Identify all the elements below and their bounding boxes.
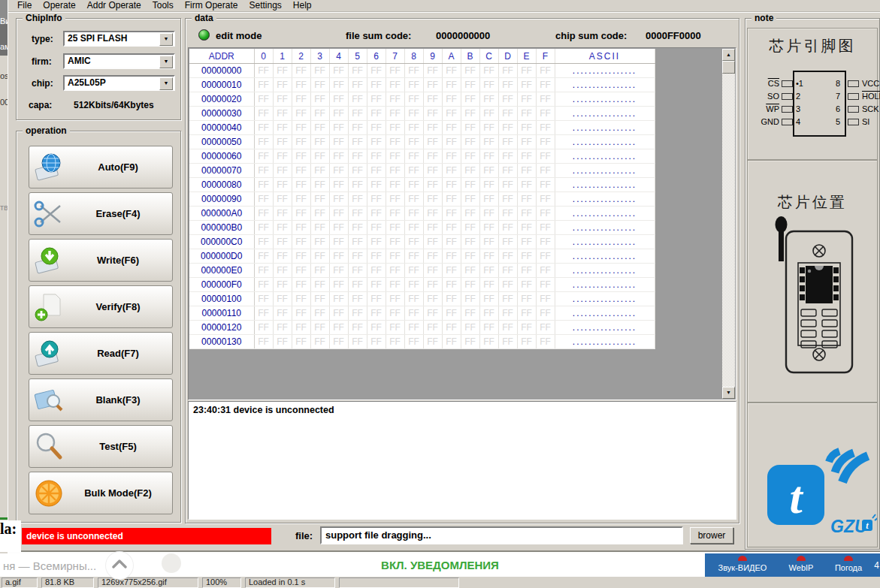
byte-cell[interactable]: FF bbox=[386, 207, 404, 221]
byte-cell[interactable]: FF bbox=[498, 78, 517, 92]
byte-cell[interactable]: FF bbox=[310, 107, 329, 121]
byte-cell[interactable]: FF bbox=[517, 264, 536, 278]
byte-cell[interactable]: FF bbox=[254, 92, 273, 107]
byte-cell[interactable]: FF bbox=[442, 278, 461, 292]
byte-cell[interactable]: FF bbox=[517, 235, 536, 249]
verify-button[interactable]: Verify(F8) bbox=[29, 285, 173, 328]
byte-cell[interactable]: FF bbox=[423, 64, 442, 78]
byte-cell[interactable]: FF bbox=[404, 121, 423, 135]
byte-cell[interactable]: FF bbox=[517, 321, 536, 335]
byte-cell[interactable]: FF bbox=[329, 207, 348, 221]
byte-cell[interactable]: FF bbox=[329, 107, 348, 121]
byte-cell[interactable]: FF bbox=[367, 235, 386, 249]
byte-cell[interactable]: FF bbox=[329, 92, 348, 107]
byte-cell[interactable]: FF bbox=[273, 235, 292, 249]
byte-cell[interactable]: FF bbox=[479, 292, 498, 306]
byte-cell[interactable]: FF bbox=[517, 107, 536, 121]
byte-cell[interactable]: FF bbox=[536, 107, 555, 121]
byte-cell[interactable]: FF bbox=[442, 164, 461, 178]
byte-cell[interactable]: FF bbox=[310, 235, 329, 249]
byte-cell[interactable]: FF bbox=[254, 64, 273, 78]
byte-cell[interactable]: FF bbox=[423, 207, 442, 221]
byte-cell[interactable]: FF bbox=[254, 221, 273, 235]
byte-cell[interactable]: FF bbox=[404, 264, 423, 278]
byte-cell[interactable]: FF bbox=[461, 292, 479, 306]
byte-cell[interactable]: FF bbox=[517, 278, 536, 292]
byte-cell[interactable]: FF bbox=[423, 249, 442, 264]
menu-item-file[interactable]: File bbox=[17, 0, 32, 11]
byte-cell[interactable]: FF bbox=[273, 306, 292, 321]
collapse-chevron-button[interactable] bbox=[106, 552, 133, 579]
byte-cell[interactable]: FF bbox=[348, 64, 367, 78]
chevron-down-icon[interactable]: ▼ bbox=[159, 56, 173, 68]
byte-cell[interactable]: FF bbox=[423, 121, 442, 135]
byte-cell[interactable]: FF bbox=[273, 321, 292, 335]
byte-cell[interactable]: FF bbox=[461, 321, 479, 335]
byte-cell[interactable]: FF bbox=[423, 178, 442, 192]
byte-cell[interactable]: FF bbox=[479, 178, 498, 192]
byte-cell[interactable]: FF bbox=[423, 107, 442, 121]
byte-cell[interactable]: FF bbox=[442, 264, 461, 278]
byte-cell[interactable]: FF bbox=[367, 249, 386, 264]
byte-cell[interactable]: FF bbox=[273, 135, 292, 149]
byte-cell[interactable]: FF bbox=[498, 335, 517, 349]
byte-cell[interactable]: FF bbox=[386, 249, 404, 264]
byte-cell[interactable]: FF bbox=[517, 149, 536, 164]
byte-cell[interactable]: FF bbox=[404, 78, 423, 92]
byte-cell[interactable]: FF bbox=[536, 192, 555, 207]
byte-cell[interactable]: FF bbox=[536, 306, 555, 321]
byte-cell[interactable]: FF bbox=[423, 306, 442, 321]
byte-cell[interactable]: FF bbox=[310, 78, 329, 92]
byte-cell[interactable]: FF bbox=[292, 78, 310, 92]
test-button[interactable]: Test(F5) bbox=[29, 425, 173, 468]
byte-cell[interactable]: FF bbox=[442, 306, 461, 321]
byte-cell[interactable]: FF bbox=[292, 164, 310, 178]
byte-cell[interactable]: FF bbox=[292, 149, 310, 164]
read-button[interactable]: Read(F7) bbox=[29, 332, 173, 375]
byte-cell[interactable]: FF bbox=[254, 278, 273, 292]
byte-cell[interactable]: FF bbox=[461, 107, 479, 121]
byte-cell[interactable]: FF bbox=[498, 121, 517, 135]
byte-cell[interactable]: FF bbox=[442, 292, 461, 306]
byte-cell[interactable]: FF bbox=[461, 221, 479, 235]
byte-cell[interactable]: FF bbox=[329, 164, 348, 178]
menu-item-operate[interactable]: Operate bbox=[43, 0, 75, 11]
byte-cell[interactable]: FF bbox=[517, 135, 536, 149]
byte-cell[interactable]: FF bbox=[310, 121, 329, 135]
byte-cell[interactable]: FF bbox=[386, 235, 404, 249]
byte-cell[interactable]: FF bbox=[329, 64, 348, 78]
byte-cell[interactable]: FF bbox=[442, 221, 461, 235]
byte-cell[interactable]: FF bbox=[479, 192, 498, 207]
byte-cell[interactable]: FF bbox=[442, 207, 461, 221]
byte-cell[interactable]: FF bbox=[479, 207, 498, 221]
byte-cell[interactable]: FF bbox=[461, 64, 479, 78]
byte-cell[interactable]: FF bbox=[461, 264, 479, 278]
byte-cell[interactable]: FF bbox=[386, 135, 404, 149]
byte-cell[interactable]: FF bbox=[273, 78, 292, 92]
byte-cell[interactable]: FF bbox=[536, 178, 555, 192]
byte-cell[interactable]: FF bbox=[423, 149, 442, 164]
byte-cell[interactable]: FF bbox=[536, 335, 555, 349]
byte-cell[interactable]: FF bbox=[254, 149, 273, 164]
browse-button[interactable]: brower bbox=[690, 527, 733, 544]
byte-cell[interactable]: FF bbox=[329, 178, 348, 192]
byte-cell[interactable]: FF bbox=[348, 149, 367, 164]
byte-cell[interactable]: FF bbox=[423, 335, 442, 349]
byte-cell[interactable]: FF bbox=[536, 249, 555, 264]
byte-cell[interactable]: FF bbox=[404, 249, 423, 264]
byte-cell[interactable]: FF bbox=[404, 306, 423, 321]
byte-cell[interactable]: FF bbox=[273, 221, 292, 235]
byte-cell[interactable]: FF bbox=[498, 149, 517, 164]
byte-cell[interactable]: FF bbox=[329, 235, 348, 249]
byte-cell[interactable]: FF bbox=[348, 121, 367, 135]
byte-cell[interactable]: FF bbox=[292, 278, 310, 292]
byte-cell[interactable]: FF bbox=[329, 121, 348, 135]
byte-cell[interactable]: FF bbox=[386, 164, 404, 178]
byte-cell[interactable]: FF bbox=[479, 149, 498, 164]
byte-cell[interactable]: FF bbox=[517, 64, 536, 78]
byte-cell[interactable]: FF bbox=[461, 249, 479, 264]
scroll-up-icon[interactable]: ▲ bbox=[722, 49, 735, 61]
byte-cell[interactable]: FF bbox=[517, 292, 536, 306]
byte-cell[interactable]: FF bbox=[479, 164, 498, 178]
byte-cell[interactable]: FF bbox=[254, 164, 273, 178]
